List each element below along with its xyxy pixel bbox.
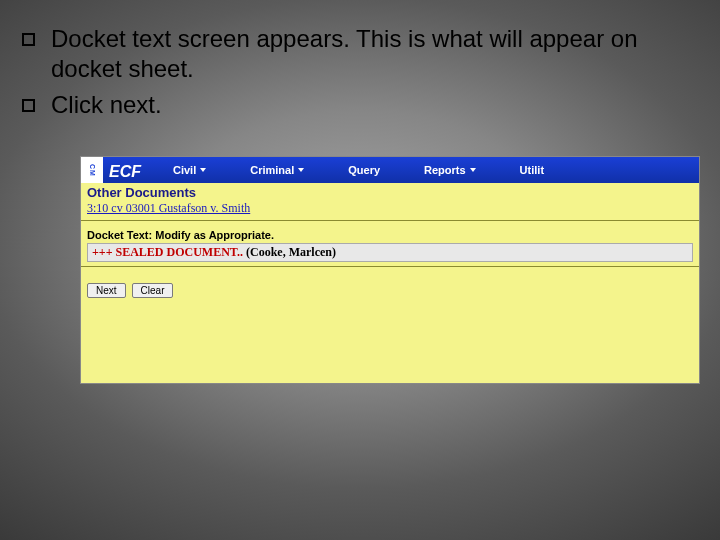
nav-query[interactable]: Query: [326, 164, 402, 176]
bullet-item: Docket text screen appears. This is what…: [22, 24, 680, 84]
nav-label: Reports: [424, 164, 466, 176]
bullet-text: Docket text screen appears. This is what…: [51, 24, 680, 84]
nav-criminal[interactable]: Criminal: [228, 164, 326, 176]
nav-reports[interactable]: Reports: [402, 164, 498, 176]
bullet-item: Click next.: [22, 90, 680, 120]
docket-text-box: +++ SEALED DOCUMENT.. (Cooke, Marlcen): [87, 243, 693, 262]
nav-label: Civil: [173, 164, 196, 176]
docket-text-label: Docket Text: Modify as Appropriate.: [81, 221, 699, 243]
nav-utilities[interactable]: Utilit: [498, 164, 566, 176]
section-title: Other Documents: [81, 183, 699, 201]
chevron-down-icon: [470, 168, 476, 172]
bullet-list: Docket text screen appears. This is what…: [22, 24, 680, 126]
bullet-text: Click next.: [51, 90, 162, 120]
clear-button[interactable]: Clear: [132, 283, 174, 298]
ecf-logo: CM ECF: [81, 157, 151, 183]
docket-sealed-text: +++ SEALED DOCUMENT..: [92, 245, 243, 259]
docket-filer-text: (Cooke, Marlcen): [243, 245, 336, 259]
button-row: Next Clear: [81, 267, 699, 306]
case-link[interactable]: 3:10 cv 03001 Gustafson v. Smith: [81, 201, 699, 220]
nav-label: Criminal: [250, 164, 294, 176]
nav-civil[interactable]: Civil: [151, 164, 228, 176]
chevron-down-icon: [200, 168, 206, 172]
ecf-navbar: CM ECF Civil Criminal Query Reports Util…: [81, 157, 699, 183]
bullet-marker-icon: [22, 99, 35, 112]
chevron-down-icon: [298, 168, 304, 172]
logo-cm-block: CM: [81, 157, 103, 183]
bullet-marker-icon: [22, 33, 35, 46]
ecf-screenshot: CM ECF Civil Criminal Query Reports Util…: [80, 156, 700, 384]
logo-ecf-text: ECF: [103, 160, 151, 181]
next-button[interactable]: Next: [87, 283, 126, 298]
nav-label: Utilit: [520, 164, 544, 176]
nav-label: Query: [348, 164, 380, 176]
nav-menu: Civil Criminal Query Reports Utilit: [151, 157, 699, 183]
